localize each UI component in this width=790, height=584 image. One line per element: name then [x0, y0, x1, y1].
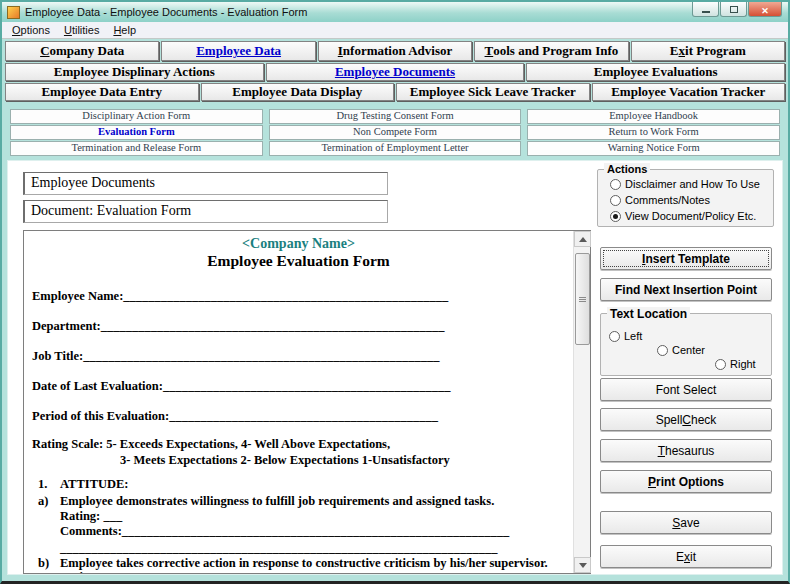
tab-employee-data[interactable]: Employee Data — [161, 41, 315, 61]
nav-row-trackers: Employee Data Entry Employee Data Displa… — [5, 83, 785, 101]
scrollbar-thumb[interactable] — [575, 253, 590, 345]
document-name-field[interactable]: Document: Evaluation Form — [23, 200, 388, 223]
doc-rating-scale-line2: 3- Meets Expectations 2- Below Expectati… — [120, 453, 450, 468]
minimize-button[interactable] — [692, 2, 719, 17]
arrow-up-icon — [579, 237, 587, 242]
insert-template-button[interactable]: Insert Template — [600, 247, 772, 270]
docbtn-termination-and-release-form[interactable]: Termination and Release Form — [10, 141, 263, 156]
radio-view-document[interactable]: View Document/Policy Etc. — [610, 210, 756, 222]
doc-field-department: Department:_____________________________… — [32, 319, 444, 334]
thumb-grip-icon — [579, 297, 586, 298]
doc-item-a-rating: Rating: ___ — [60, 509, 122, 524]
document-grid: Disciplinary Action Form Drug Testing Co… — [10, 109, 780, 156]
radio-icon — [657, 345, 668, 356]
doc-section-attitude: 1.ATTITUDE: — [38, 477, 129, 492]
doc-item-b-rating-partial: Rating: — [60, 570, 100, 573]
doc-item-b: b)Employee takes corrective action in re… — [38, 556, 548, 571]
docbtn-non-compete-form[interactable]: Non Compete Form — [269, 125, 522, 140]
print-options-button[interactable]: Print Options — [600, 470, 772, 493]
radio-icon — [610, 211, 621, 222]
radio-icon — [715, 359, 726, 370]
doc-item-a-comments-cont: ________________________________________… — [60, 541, 498, 556]
tab-employee-vacation-tracker[interactable]: Employee Vacation Tracker — [592, 83, 786, 101]
docbtn-return-to-work-form[interactable]: Return to Work Form — [527, 125, 780, 140]
doc-item-a-comments: Comments:_______________________________… — [60, 524, 509, 539]
docbtn-drug-testing-consent-form[interactable]: Drug Testing Consent Form — [269, 109, 522, 124]
close-icon — [761, 0, 769, 18]
doc-title: Employee Evaluation Form — [24, 252, 573, 270]
find-next-insertion-point-button[interactable]: Find Next Insertion Point — [600, 278, 772, 301]
radio-icon — [610, 195, 621, 206]
docbtn-warning-notice-form[interactable]: Warning Notice Form — [527, 141, 780, 156]
maximize-icon — [730, 6, 738, 13]
save-button[interactable]: Save — [600, 511, 772, 534]
tab-employee-data-display[interactable]: Employee Data Display — [201, 83, 395, 101]
radio-icon — [609, 331, 620, 342]
tab-employee-data-entry[interactable]: Employee Data Entry — [5, 83, 199, 101]
radio-left[interactable]: Left — [609, 330, 642, 342]
radio-right[interactable]: Right — [715, 358, 756, 370]
scroll-up-button[interactable] — [574, 231, 591, 247]
doc-field-date-last-evaluation: Date of Last Evaluation:________________… — [32, 379, 450, 394]
radio-icon — [610, 179, 621, 190]
text-location-group: Text Location Left Center Right — [600, 313, 772, 376]
tab-employee-disciplinary-actions[interactable]: Employee Displinary Actions — [5, 63, 264, 81]
radio-center[interactable]: Center — [657, 344, 705, 356]
doc-rating-scale-line1: Rating Scale: 5- Exceeds Expectations, 4… — [32, 437, 390, 452]
actions-group-title: Actions — [604, 163, 650, 175]
category-field[interactable]: Employee Documents — [23, 172, 388, 195]
main-panel: Employee Documents Document: Evaluation … — [7, 160, 783, 575]
doc-company-name: <Company Name> — [24, 236, 573, 252]
tab-employee-sick-leave-tracker[interactable]: Employee Sick Leave Tracker — [396, 83, 590, 101]
doc-field-job-title: Job Title:______________________________… — [32, 349, 440, 364]
doc-item-a: a)Employee demonstrates willingness to f… — [38, 494, 494, 509]
radio-comments-notes[interactable]: Comments/Notes — [610, 194, 710, 206]
actions-group: Actions Disclaimer and How To Use Commen… — [597, 169, 774, 227]
scroll-down-button[interactable] — [574, 557, 591, 573]
nav-row-employee: Employee Displinary Actions Employee Doc… — [5, 63, 785, 81]
tab-employee-documents[interactable]: Employee Documents — [266, 63, 525, 81]
tab-exit-program[interactable]: Exit Program — [631, 41, 785, 61]
menu-utilities[interactable]: Utilities — [58, 23, 107, 37]
thesaurus-button[interactable]: Thesaurus — [600, 439, 772, 462]
radio-disclaimer[interactable]: Disclaimer and How To Use — [610, 178, 760, 190]
nav-row-main: Company Data Employee Data Information A… — [5, 41, 785, 61]
doc-field-period-evaluation: Period of this Evaluation:______________… — [32, 409, 438, 424]
tab-company-data[interactable]: Company Data — [5, 41, 159, 61]
docbtn-termination-of-employment-letter[interactable]: Termination of Employment Letter — [269, 141, 522, 156]
spell-check-button[interactable]: Spell Check — [600, 408, 772, 431]
menu-bar: Options Utilities Help — [2, 22, 788, 39]
title-bar: Employee Data - Employee Documents - Eva… — [2, 2, 788, 22]
window-controls — [691, 2, 782, 17]
document-content: <Company Name> Employee Evaluation Form … — [24, 231, 573, 573]
doc-field-employee-name: Employee Name:__________________________… — [32, 289, 448, 304]
viewer-scrollbar[interactable] — [573, 231, 590, 573]
close-button[interactable] — [748, 2, 782, 17]
docbtn-evaluation-form[interactable]: Evaluation Form — [10, 125, 263, 140]
docbtn-employee-handbook[interactable]: Employee Handbook — [527, 109, 780, 124]
tab-employee-evaluations[interactable]: Employee Evaluations — [526, 63, 785, 81]
maximize-button[interactable] — [720, 2, 747, 17]
tab-information-advisor[interactable]: Information Advisor — [318, 41, 472, 61]
menu-help[interactable]: Help — [107, 23, 144, 37]
exit-button[interactable]: Exit — [600, 545, 772, 568]
font-select-button[interactable]: Font Select — [600, 378, 772, 401]
app-icon — [7, 6, 20, 19]
arrow-down-icon — [579, 563, 587, 568]
app-window: Employee Data - Employee Documents - Eva… — [0, 0, 790, 584]
document-viewer[interactable]: <Company Name> Employee Evaluation Form … — [23, 230, 591, 574]
menu-options[interactable]: Options — [6, 23, 58, 37]
tab-tools-program-info[interactable]: Tools and Program Info — [474, 41, 628, 61]
minimize-icon — [702, 11, 710, 13]
window-title: Employee Data - Employee Documents - Eva… — [25, 6, 307, 18]
text-location-group-title: Text Location — [607, 307, 690, 321]
docbtn-disciplinary-action-form[interactable]: Disciplinary Action Form — [10, 109, 263, 124]
